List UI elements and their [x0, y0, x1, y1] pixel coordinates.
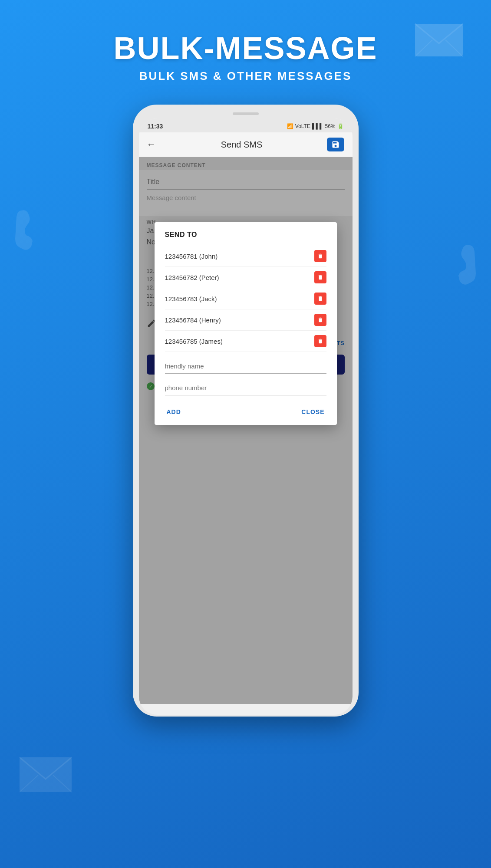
modal-input-section [165, 359, 326, 402]
modal-overlay: SEND TO 123456781 (John) 123456782 [139, 157, 353, 704]
phone-speaker [233, 112, 259, 115]
bg-envelope-bottom-left-icon [17, 751, 74, 799]
status-time: 11:33 [148, 123, 163, 130]
phone-number-input[interactable] [165, 381, 326, 395]
modal-recipient-name-2: 123456782 (Peter) [165, 274, 219, 281]
delete-recipient-2-button[interactable] [314, 271, 326, 283]
svg-rect-0 [415, 24, 463, 56]
save-button[interactable] [327, 138, 344, 151]
modal-recipient-name-3: 123456783 (Jack) [165, 295, 217, 302]
app-content: MESSAGE CONTENT Message content WH... Ja… [139, 157, 353, 704]
toolbar: ← Send SMS [139, 132, 353, 157]
bg-phone-right-icon [443, 243, 478, 286]
phone-screen: 11:33 📶 VoLTE ▌▌▌ 56% 🔋 ← Send SMS [139, 118, 353, 715]
back-button[interactable]: ← [147, 139, 156, 150]
friendly-name-input[interactable] [165, 359, 326, 374]
trash-icon-4 [317, 317, 323, 323]
battery-label: 56% [325, 123, 335, 129]
trash-icon-2 [317, 274, 323, 280]
save-icon [331, 140, 340, 149]
modal-recipient-name-4: 123456784 (Henry) [165, 316, 221, 324]
status-icons: 📶 VoLTE ▌▌▌ 56% 🔋 [287, 123, 344, 129]
modal-recipient-row-4: 123456784 (Henry) [165, 309, 326, 331]
trash-icon-3 [317, 296, 323, 302]
modal-recipient-row-3: 123456783 (Jack) [165, 288, 326, 309]
phone-container: 11:33 📶 VoLTE ▌▌▌ 56% 🔋 ← Send SMS [0, 105, 491, 717]
bg-phone-left-icon [13, 208, 48, 252]
battery-icon: 🔋 [337, 123, 344, 129]
app-subtitle: BULK SMS & OTHER MESSAGES [0, 69, 491, 83]
modal-actions: ADD CLOSE [165, 406, 326, 418]
toolbar-title: Send SMS [221, 140, 263, 150]
status-bar: 11:33 📶 VoLTE ▌▌▌ 56% 🔋 [139, 118, 353, 132]
svg-rect-3 [20, 757, 72, 792]
modal-title: SEND TO [165, 231, 326, 239]
delete-recipient-3-button[interactable] [314, 293, 326, 305]
modal-dialog: SEND TO 123456781 (John) 123456782 [155, 222, 337, 425]
modal-recipient-row-1: 123456781 (John) [165, 246, 326, 267]
modal-recipient-row-5: 123456785 (James) [165, 331, 326, 352]
trash-icon-5 [317, 338, 323, 344]
modal-recipient-name-1: 123456781 (John) [165, 253, 218, 260]
modal-recipient-row-2: 123456782 (Peter) [165, 267, 326, 288]
delete-recipient-5-button[interactable] [314, 335, 326, 347]
trash-icon-1 [317, 253, 323, 259]
close-button[interactable]: CLOSE [300, 406, 326, 418]
bg-envelope-top-right-icon [413, 17, 465, 61]
modal-recipient-name-5: 123456785 (James) [165, 338, 223, 345]
volte-label: VoLTE [295, 123, 310, 129]
delete-recipient-4-button[interactable] [314, 314, 326, 326]
signal-bars-icon: ▌▌▌ [312, 123, 323, 129]
delete-recipient-1-button[interactable] [314, 250, 326, 262]
add-button[interactable]: ADD [165, 406, 183, 418]
phone-mockup: 11:33 📶 VoLTE ▌▌▌ 56% 🔋 ← Send SMS [133, 105, 359, 717]
wifi-icon: 📶 [287, 123, 293, 129]
